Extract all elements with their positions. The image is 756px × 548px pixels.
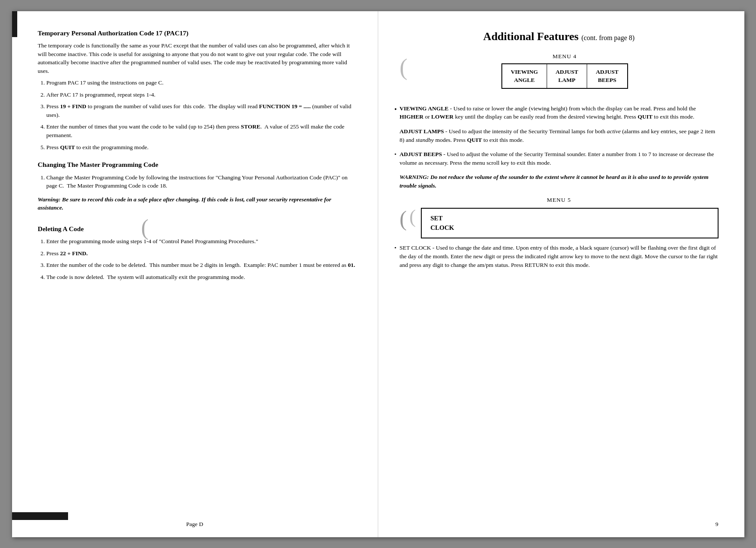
list-item: Press 19 + FIND to program the number of…: [47, 102, 356, 119]
menu4-content: MENU 4 VIEWINGANGLE ADJUSTLAMP ADJUSTBEE…: [411, 52, 719, 97]
section-pac17-intro: The temporary code is functionally the s…: [38, 41, 356, 75]
list-item: Change the Master Programming Code by fo…: [47, 173, 356, 190]
menu5-label-container: MENU 5: [400, 196, 719, 204]
menu4-cell-viewing: VIEWINGANGLE: [502, 64, 547, 88]
section-pac17: Temporary Personal Authorization Code 17…: [38, 28, 356, 152]
set-clock-desc-container: • SET CLOCK - Used to change the date an…: [400, 244, 719, 269]
term-lamps: ADJUST LAMPS: [400, 128, 444, 135]
desc-viewing-text: VIEWING ANGLE - Used to raise or lower t…: [400, 104, 719, 121]
master-warning: Warning: Be sure to record this code in …: [38, 195, 356, 212]
bullet-dot: •: [395, 104, 397, 114]
menu5-set-clock: SETCLOCK: [430, 215, 454, 231]
section-delete-steps: Enter the programming mode using steps 1…: [47, 237, 356, 281]
bottom-dark-bar: [12, 512, 68, 520]
list-item: Enter the programming mode using steps 1…: [47, 237, 356, 246]
set-clock-description: SET CLOCK - Used to change the date and …: [400, 244, 719, 269]
paren-menu5-right-icon: (: [409, 208, 416, 225]
menu4-cell-lamp: ADJUSTLAMP: [547, 64, 587, 88]
page-label: Page D: [186, 520, 203, 529]
paren-menu5-left-icon: (: [400, 208, 407, 229]
left-page: Temporary Personal Authorization Code 17…: [12, 11, 378, 537]
menu5-box: SETCLOCK: [421, 208, 718, 239]
section-pac17-steps: Program PAC 17 using the instructions on…: [47, 78, 356, 151]
list-item: Program PAC 17 using the instructions on…: [47, 78, 356, 87]
right-page: Additional Features (cont. from page 8) …: [378, 11, 744, 537]
section-master-title: Changing The Master Programming Code: [38, 160, 356, 169]
section-delete: Deleting A Code Enter the programming mo…: [38, 224, 356, 282]
list-item: Enter the number of times that you want …: [47, 122, 356, 139]
table-row: VIEWINGANGLE ADJUSTLAMP ADJUSTBEEPS: [502, 64, 628, 88]
menu4-table: VIEWINGANGLE ADJUSTLAMP ADJUSTBEEPS: [501, 63, 628, 89]
list-item: Enter the number of the code to be delet…: [47, 261, 356, 269]
term-viewing: VIEWING ANGLE: [400, 105, 449, 112]
section-master-steps: Change the Master Programming Code by fo…: [47, 173, 356, 190]
paren-icon: (: [141, 216, 149, 239]
section-master: Changing The Master Programming Code Cha…: [38, 160, 356, 212]
paren-menu4-icon: (: [400, 56, 408, 78]
menu5-label: MENU 5: [547, 197, 571, 203]
list-item: After PAC 17 is programmed, repeat steps…: [47, 91, 356, 99]
menu4-container: MENU 4 VIEWINGANGLE ADJUSTLAMP ADJUSTBEE…: [411, 52, 719, 89]
term-beeps: ADJUST BEEPS: [400, 151, 442, 157]
page-subtitle: (cont. from page 8): [582, 34, 635, 41]
desc-lamps-text: ADJUST LAMPS - Used to adjust the intens…: [400, 127, 719, 144]
section-pac17-title: Temporary Personal Authorization Code 17…: [38, 28, 356, 38]
desc-viewing-angle: • VIEWING ANGLE - Used to raise or lower…: [400, 104, 719, 121]
menu4-cell-beeps: ADJUSTBEEPS: [587, 64, 628, 88]
page-header: Additional Features (cont. from page 8): [400, 28, 719, 45]
desc-adjust-lamps: ADJUST LAMPS - Used to adjust the intens…: [400, 127, 719, 144]
page-number: 9: [716, 520, 719, 529]
menu5-section: MENU 5 ( ( SETCLOCK • SET CLOCK - Used t…: [400, 196, 719, 269]
menu4-label: MENU 4: [411, 52, 719, 61]
section-delete-title: Deleting A Code: [38, 224, 356, 234]
list-item: Press 22 + FIND.: [47, 249, 356, 258]
dark-bar: [12, 11, 17, 37]
list-item: The code is now deleted. The system will…: [47, 273, 356, 282]
warning-sounder: WARNING: Do not reduce the volume of the…: [400, 173, 719, 190]
menu4-section: ( MENU 4 VIEWINGANGLE ADJUSTLAMP ADJUSTB…: [400, 52, 719, 97]
desc-adjust-beeps: • ADJUST BEEPS - Used to adjust the volu…: [400, 150, 719, 167]
list-item: Press QUIT to exit the programming mode.: [47, 143, 356, 152]
page-spread: Temporary Personal Authorization Code 17…: [12, 11, 744, 537]
menu5-row: ( ( SETCLOCK: [400, 208, 719, 239]
desc-beeps-text: ADJUST BEEPS - Used to adjust the volume…: [400, 150, 719, 167]
bullet-dot2: •: [395, 150, 397, 159]
page-main-title: Additional Features (cont. from page 8): [400, 28, 719, 45]
bullet-dot3: •: [395, 244, 397, 252]
